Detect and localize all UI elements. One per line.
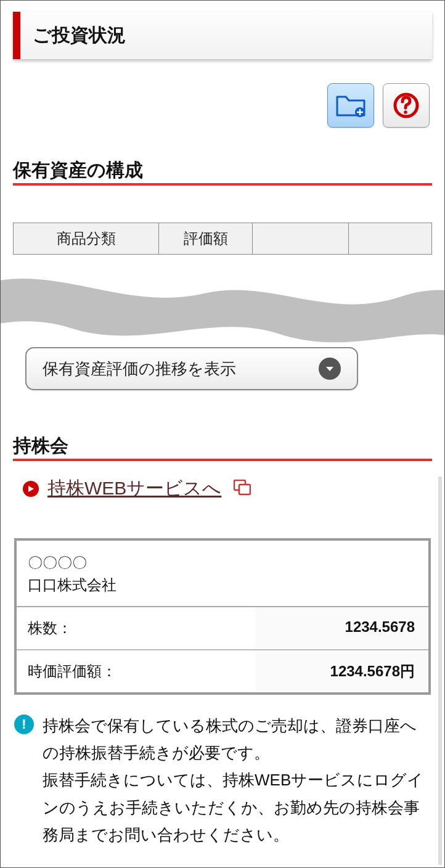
shares-value: 1234.5678 [255, 607, 428, 649]
row-valuation: 時価評価額： 1234.5678円 [17, 650, 428, 692]
composition-table: 商品分類 評価額 [13, 223, 432, 255]
section-mochikabu-heading: 持株会 [13, 390, 432, 461]
col-product-category: 商品分類 [14, 223, 159, 254]
info-icon: ! [14, 714, 34, 734]
scrollbar-track[interactable] [438, 477, 442, 865]
company-line2: 口口株式会社 [28, 574, 417, 596]
col-valuation: 評価額 [159, 223, 253, 254]
dropdown-label: 保有資産評価の推移を表示 [43, 358, 236, 380]
company-line1: 〇〇〇〇 [28, 552, 417, 574]
svg-point-2 [404, 110, 407, 114]
chevron-down-icon [319, 358, 341, 380]
col-4 [349, 223, 429, 254]
shares-label: 株数： [17, 607, 255, 649]
valuation-value: 1234.5678円 [255, 650, 428, 692]
help-button[interactable] [383, 83, 430, 128]
mochikabu-web-link[interactable]: 持株WEBサービスへ [47, 476, 221, 501]
external-link-icon [234, 480, 251, 498]
company-cell: 〇〇〇〇 口口株式会社 [17, 541, 428, 607]
composition-table-header: 商品分類 評価額 [13, 223, 432, 255]
valuation-label: 時価評価額： [17, 650, 255, 692]
page-title: ご投資状況 [20, 12, 138, 59]
add-folder-button[interactable] [327, 83, 374, 128]
mochikabu-table: 〇〇〇〇 口口株式会社 株数： 1234.5678 時価評価額： 1234.56… [14, 538, 431, 695]
top-button-bar [327, 83, 430, 128]
page-banner: ご投資状況 [13, 12, 432, 59]
history-dropdown[interactable]: 保有資産評価の推移を表示 [25, 347, 358, 390]
info-note: ! 持株会で保有している株式のご売却は、證券口座への持株振替手続きが必要です。振… [14, 712, 431, 848]
page-root: ご投資状況 保有資産の構成 商品分類 評価額 [0, 0, 445, 868]
play-bullet-icon [23, 481, 39, 497]
svg-rect-4 [239, 485, 250, 494]
folder-plus-icon [336, 93, 365, 118]
mochikabu-link-row: 持株WEBサービスへ [23, 476, 432, 501]
info-text: 持株会で保有している株式のご売却は、證券口座への持株振替手続きが必要です。振替手… [43, 712, 431, 848]
col-3 [253, 223, 349, 254]
banner-accent [13, 12, 20, 59]
row-shares: 株数： 1234.5678 [17, 607, 428, 650]
help-icon [393, 92, 420, 119]
